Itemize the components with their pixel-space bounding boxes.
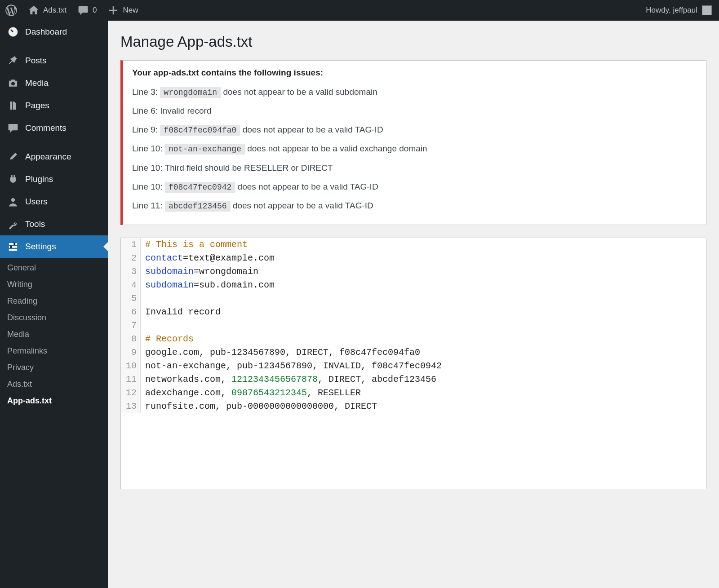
- menu-label: Tools: [25, 219, 45, 229]
- sidebar-item-media[interactable]: Media: [0, 72, 108, 94]
- submenu-item-writing[interactable]: Writing: [0, 276, 108, 293]
- editor-line[interactable]: 13runofsite.com, pub-0000000000000000, D…: [121, 400, 706, 413]
- submenu-item-media[interactable]: Media: [0, 326, 108, 343]
- editor-line[interactable]: 9google.com, pub-1234567890, DIRECT, f08…: [121, 346, 706, 359]
- menu-label: Posts: [25, 56, 47, 66]
- issue-row: Line 10: Third field should be RESELLER …: [132, 160, 697, 176]
- issue-row: Line 6: Invalid record: [132, 103, 697, 119]
- submenu-item-privacy[interactable]: Privacy: [0, 359, 108, 376]
- sidebar-item-posts[interactable]: Posts: [0, 49, 108, 72]
- site-name: Ads.txt: [43, 6, 67, 15]
- page-title: Manage App-ads.txt: [120, 33, 706, 50]
- menu-label: Dashboard: [25, 27, 67, 37]
- issue-row: Line 10: f08c47fec0942 does not appear t…: [132, 179, 697, 195]
- toolbar-left: Ads.txt 0 New: [0, 0, 143, 21]
- editor-line[interactable]: 6Invalid record: [121, 305, 706, 319]
- sidebar-item-comments[interactable]: Comments: [0, 117, 108, 139]
- comment-icon: [77, 4, 89, 16]
- wp-logo[interactable]: [0, 0, 22, 21]
- submenu-item-ads-txt[interactable]: Ads.txt: [0, 376, 108, 393]
- issue-list: Line 3: wrongdomain does not appear to b…: [132, 84, 697, 214]
- pin-icon: [7, 55, 19, 66]
- svg-rect-7: [10, 245, 12, 248]
- menu-label: Media: [25, 78, 49, 88]
- sidebar-item-dashboard[interactable]: Dashboard: [0, 21, 108, 43]
- sidebar-item-pages[interactable]: Pages: [0, 94, 108, 117]
- editor-line[interactable]: 10not-an-exchange, pub-1234567890, INVAL…: [121, 359, 706, 373]
- sidebar-item-settings[interactable]: Settings: [0, 235, 108, 258]
- admin-toolbar: Ads.txt 0 New Howdy, jeffpaul: [0, 0, 719, 21]
- editor-line[interactable]: 11networkads.com, 1212343456567878, DIRE…: [121, 373, 706, 386]
- line-number: 7: [121, 319, 141, 332]
- line-number: 4: [121, 279, 141, 292]
- toolbar-comments[interactable]: 0: [72, 0, 102, 21]
- submenu-item-general[interactable]: General: [0, 260, 108, 276]
- comment-count: 0: [93, 6, 97, 15]
- submenu-item-app-ads-txt[interactable]: App-ads.txt: [0, 393, 108, 409]
- editor-line[interactable]: 4subdomain=sub.domain.com: [121, 279, 706, 292]
- menu-label: Users: [25, 197, 48, 207]
- issue-code: abcdef123456: [165, 201, 231, 212]
- submenu-item-permalinks[interactable]: Permalinks: [0, 343, 108, 359]
- sidebar-item-appearance[interactable]: Appearance: [0, 146, 108, 168]
- line-number: 11: [121, 373, 141, 386]
- line-number: 5: [121, 292, 141, 305]
- plug-icon: [7, 173, 19, 185]
- sidebar-item-users[interactable]: Users: [0, 190, 108, 213]
- line-number: 9: [121, 346, 141, 359]
- svg-point-2: [11, 198, 15, 202]
- sidebar-item-tools[interactable]: Tools: [0, 213, 108, 235]
- line-number: 10: [121, 359, 141, 373]
- issue-row: Line 9: f08c47fec094fa0 does not appear …: [132, 122, 697, 138]
- menu-label: Pages: [25, 101, 49, 111]
- avatar: [702, 5, 712, 15]
- main-content: Manage App-ads.txt Your app-ads.txt cont…: [108, 21, 719, 588]
- svg-rect-5: [9, 249, 17, 251]
- dashboard-icon: [7, 26, 19, 38]
- line-number: 8: [121, 332, 141, 346]
- line-number: 13: [121, 400, 141, 413]
- toolbar-new[interactable]: New: [102, 0, 143, 21]
- error-notice: Your app-ads.txt contains the following …: [120, 60, 706, 225]
- wordpress-icon: [5, 4, 17, 16]
- menu-label: Settings: [25, 242, 56, 252]
- brush-icon: [7, 151, 19, 163]
- line-number: 12: [121, 386, 141, 400]
- sidebar-item-plugins[interactable]: Plugins: [0, 168, 108, 190]
- pages-icon: [7, 100, 19, 111]
- menu-label: Comments: [25, 123, 67, 133]
- admin-sidebar: DashboardPostsMediaPagesCommentsAppearan…: [0, 21, 108, 588]
- editor-line[interactable]: 2contact=text@example.com: [121, 252, 706, 265]
- menu-label: Appearance: [25, 152, 71, 162]
- editor-line[interactable]: 1# This is a comment: [121, 238, 706, 252]
- site-home[interactable]: Ads.txt: [22, 0, 72, 21]
- submenu-item-reading[interactable]: Reading: [0, 293, 108, 309]
- settings-submenu: GeneralWritingReadingDiscussionMediaPerm…: [0, 258, 108, 414]
- wrench-icon: [7, 218, 19, 230]
- editor-line[interactable]: 8# Records: [121, 332, 706, 346]
- sliders-icon: [7, 241, 19, 252]
- notice-heading: Your app-ads.txt contains the following …: [132, 68, 697, 78]
- editor-line[interactable]: 3subdomain=wrongdomain: [121, 265, 706, 279]
- svg-rect-6: [13, 243, 15, 246]
- editor-line[interactable]: 7: [121, 319, 706, 332]
- username: jeffpaul: [673, 6, 697, 14]
- editor-line[interactable]: 12adexchange.com, 09876543212345, RESELL…: [121, 386, 706, 400]
- user-icon: [7, 196, 19, 208]
- home-icon: [28, 4, 40, 16]
- plus-icon: [107, 4, 119, 16]
- menu-label: Plugins: [25, 174, 53, 184]
- code-editor[interactable]: 1# This is a comment2contact=text@exampl…: [120, 238, 706, 489]
- svg-point-1: [11, 82, 15, 85]
- toolbar-account[interactable]: Howdy, jeffpaul: [646, 5, 715, 15]
- submenu-item-discussion[interactable]: Discussion: [0, 309, 108, 326]
- issue-row: Line 10: not-an-exchange does not appear…: [132, 141, 697, 157]
- comment-icon: [7, 122, 19, 134]
- camera-icon: [7, 77, 19, 89]
- svg-rect-3: [9, 243, 17, 245]
- issue-row: Line 11: abcdef123456 does not appear to…: [132, 198, 697, 214]
- line-number: 6: [121, 305, 141, 319]
- issue-code: wrongdomain: [160, 87, 221, 98]
- new-label: New: [123, 6, 138, 15]
- editor-line[interactable]: 5: [121, 292, 706, 305]
